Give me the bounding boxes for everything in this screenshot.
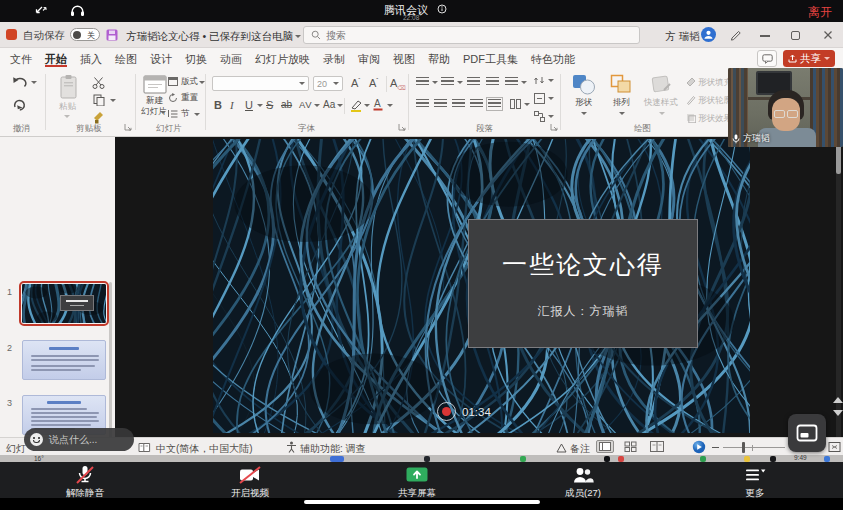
numbering-icon[interactable] — [441, 77, 454, 87]
maximize-button[interactable] — [791, 31, 800, 40]
accessibility-status[interactable]: 辅助功能: 调查 — [300, 442, 366, 456]
tab-help[interactable]: 帮助 — [428, 52, 450, 67]
align-left-icon[interactable] — [416, 99, 429, 109]
document-title[interactable]: 方瑞韬论文心得 • 已保存到这台电脑 — [126, 30, 293, 44]
change-case-button[interactable]: Aa — [323, 99, 335, 110]
reset-icon[interactable] — [168, 93, 178, 103]
tab-home[interactable]: 开始 — [45, 52, 67, 67]
user-name[interactable]: 方 瑞韬 — [665, 30, 699, 44]
new-slide-button[interactable] — [143, 75, 167, 94]
shapes-icon[interactable] — [572, 74, 596, 95]
tab-insert[interactable]: 插入 — [80, 52, 102, 67]
zoom-slider-knob[interactable] — [742, 442, 745, 453]
undo-button[interactable] — [12, 76, 27, 89]
save-icon[interactable] — [106, 29, 118, 41]
convert-smartart-icon[interactable] — [534, 111, 545, 122]
language-status[interactable]: 中文(简体，中国大陆) — [156, 442, 253, 456]
increase-indent-icon[interactable] — [486, 77, 499, 87]
members-button[interactable]: 成员(27) — [538, 465, 628, 500]
shrink-font-button[interactable]: Aˇ — [369, 77, 378, 89]
close-button[interactable] — [823, 30, 833, 40]
font-dialog-launcher-icon[interactable] — [398, 123, 406, 131]
reading-view-button[interactable] — [650, 441, 664, 452]
slide-sorter-view-button[interactable] — [624, 441, 637, 452]
cut-icon[interactable] — [92, 77, 105, 89]
bullets-icon[interactable] — [416, 77, 429, 87]
tab-design[interactable]: 设计 — [150, 52, 172, 67]
pen-icon[interactable] — [730, 29, 742, 41]
justify-icon[interactable] — [470, 99, 483, 109]
chat-quick-input[interactable]: 说点什么... — [24, 428, 134, 451]
fit-slide-to-window-icon[interactable] — [828, 441, 841, 453]
tab-draw[interactable]: 绘图 — [115, 52, 137, 67]
autosave-toggle[interactable]: 关 — [70, 28, 100, 41]
align-right-icon[interactable] — [452, 99, 465, 109]
main-scrollbar[interactable] — [836, 137, 841, 437]
notes-button[interactable]: 备注 — [570, 442, 590, 456]
undo-chevron-down-icon[interactable] — [31, 81, 37, 84]
section-icon[interactable] — [168, 109, 178, 118]
slide-thumbnail-2[interactable] — [22, 340, 106, 380]
distribute-icon[interactable] — [488, 99, 501, 109]
tab-transitions[interactable]: 切换 — [185, 52, 207, 67]
slideshow-view-button[interactable] — [692, 440, 706, 454]
tab-pdf-tools[interactable]: PDF工具集 — [463, 52, 518, 67]
align-center-icon[interactable] — [434, 99, 447, 109]
tab-slideshow[interactable]: 幻灯片放映 — [255, 52, 310, 67]
share-button[interactable]: 共享 — [783, 50, 835, 67]
tab-special-features[interactable]: 特色功能 — [531, 52, 575, 67]
headphones-icon[interactable] — [70, 4, 85, 17]
arrange-icon[interactable] — [610, 74, 633, 95]
align-text-icon[interactable] — [534, 93, 545, 104]
minimize-button[interactable] — [760, 35, 770, 37]
copy-icon[interactable] — [93, 94, 105, 106]
previous-slide-icon[interactable] — [833, 397, 843, 403]
tab-review[interactable]: 审阅 — [358, 52, 380, 67]
strikethrough-button[interactable]: S — [266, 99, 273, 111]
more-button[interactable]: 更多 — [710, 465, 800, 500]
font-color-icon[interactable]: A — [372, 98, 384, 112]
columns-icon[interactable] — [510, 99, 521, 109]
tab-record[interactable]: 录制 — [323, 52, 345, 67]
font-size-combobox[interactable]: 20 — [313, 76, 343, 91]
text-direction-icon[interactable] — [534, 75, 545, 86]
next-slide-icon[interactable] — [833, 410, 843, 416]
slide-thumbnail-1[interactable] — [22, 284, 106, 323]
line-spacing-icon[interactable] — [505, 77, 518, 87]
spellcheck-icon[interactable] — [138, 442, 151, 453]
decrease-indent-icon[interactable] — [467, 77, 480, 87]
zoom-slider-track[interactable] — [723, 447, 785, 448]
tab-animations[interactable]: 动画 — [220, 52, 242, 67]
font-name-combobox[interactable] — [212, 76, 309, 91]
copy-chevron-down-icon[interactable] — [110, 99, 116, 102]
paste-button[interactable] — [58, 74, 80, 100]
comments-button[interactable] — [757, 50, 777, 67]
layout-label[interactable]: 版式 — [181, 77, 198, 87]
character-spacing-button[interactable]: AV — [299, 99, 312, 110]
zoom-out-button[interactable] — [712, 447, 719, 448]
bold-button[interactable]: B — [214, 99, 222, 111]
double-strikethrough-button[interactable]: ab — [281, 99, 292, 110]
tab-file[interactable]: 文件 — [10, 52, 32, 67]
share-screen-button[interactable]: 共享屏幕 — [372, 465, 462, 500]
info-circle-icon[interactable] — [437, 4, 447, 14]
layout-icon[interactable] — [168, 77, 178, 86]
search-box[interactable] — [303, 26, 640, 44]
collapse-window-icon[interactable] — [32, 4, 48, 18]
redo-button[interactable] — [12, 98, 26, 111]
avatar[interactable] — [701, 27, 716, 42]
normal-view-button[interactable] — [596, 440, 614, 453]
participant-video-tile[interactable]: 方瑞韬 — [728, 68, 843, 147]
reset-label[interactable]: 重置 — [181, 93, 198, 103]
section-label[interactable]: 节 — [181, 109, 190, 119]
italic-button[interactable]: I — [230, 99, 234, 111]
clear-formatting-button[interactable]: A⌫ — [390, 77, 406, 91]
underline-button[interactable]: U — [245, 99, 253, 111]
home-indicator[interactable] — [304, 500, 540, 504]
start-video-button[interactable]: 开启视频 — [205, 465, 295, 500]
slide-title-box[interactable]: 一些论文心得 汇报人：方瑞韬 — [468, 219, 698, 348]
tab-view[interactable]: 视图 — [393, 52, 415, 67]
grow-font-button[interactable]: Aˆ — [351, 77, 360, 89]
leave-meeting-button[interactable]: 离开 — [808, 4, 832, 21]
clipboard-dialog-launcher-icon[interactable] — [124, 123, 132, 131]
